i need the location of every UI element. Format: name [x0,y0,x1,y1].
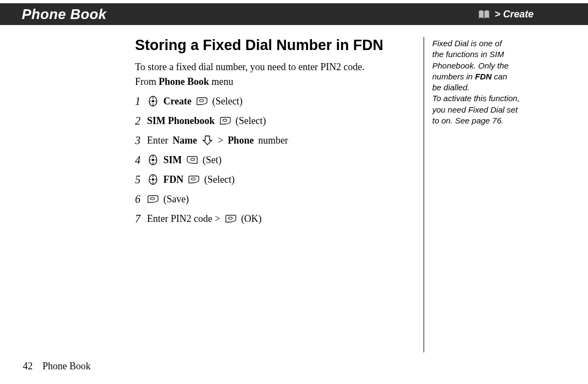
sidenote-line: the functions in SIM [432,49,558,60]
step-num: 1 [135,93,143,109]
intro-text: To store a fixed dial number, you need t… [135,61,418,73]
step-action: (Select) [204,172,235,187]
header-breadcrumb: > Create [478,9,534,20]
step-num: 2 [135,113,143,129]
step-num: 5 [135,171,143,188]
step-2: 2 SIM Phonebook (Select) [135,113,418,129]
step-7: 7 Enter PIN2 code > (OK) [135,210,418,227]
soft-left-icon [147,194,159,205]
steps-list: 1 Create (Select) 2 SIM Phonebook (Selec… [135,93,418,227]
soft-right-icon [186,154,198,165]
step-3: 3 Enter Name > Phone number [135,132,418,148]
step-number-text: number [258,133,288,148]
step-name-bold: Name [173,133,197,148]
step-phone-bold: Phone [228,133,254,148]
svg-point-1 [152,100,154,102]
svg-point-5 [152,159,154,161]
from-bold: Phone Book [159,76,210,87]
svg-point-9 [191,178,195,180]
step-label: SIM Phonebook [147,114,215,128]
step-action: (OK) [241,212,262,226]
nav-icon [147,96,159,107]
soft-left-icon [219,115,231,126]
step-action: (Select) [212,94,243,109]
side-note: Fixed Dial is one of the functions in SI… [432,38,558,126]
step-4: 4 SIM (Set) [135,152,418,168]
soft-left-icon [196,96,208,107]
step-action: (Save) [163,192,189,207]
sidenote-line: Fixed Dial is one of [432,38,558,49]
step-num: 7 [135,210,143,227]
step-6: 6 (Save) [135,191,418,207]
step-text: Enter [147,133,168,148]
svg-point-3 [223,119,227,121]
svg-point-10 [150,197,155,200]
from-post: menu [209,76,234,87]
content-column: Storing a Fixed Dial Number in FDN To st… [135,34,418,230]
sidenote-line: be dialled. [432,82,558,93]
sidenote-line: numbers in FDN can [432,71,558,82]
sidenote-line: you need Fixed Dial set [432,104,558,115]
nav-icon [147,174,159,185]
footer: 42 Phone Book [23,361,91,372]
soft-left-icon [188,174,200,185]
step-label: Create [163,94,192,109]
header-bar: Phone Book > Create [0,3,588,25]
svg-point-6 [191,158,195,160]
footer-section: Phone Book [42,361,91,372]
step-gt: > [218,133,223,148]
nav-icon [147,154,159,165]
step-label: FDN [163,172,183,187]
down-icon [201,135,213,146]
breadcrumb-text: > Create [494,9,534,20]
step-text: Enter PIN2 code > [147,212,220,226]
page-heading: Storing a Fixed Dial Number in FDN [135,37,418,54]
sidenote-line: To activate this function, [432,93,558,104]
step-num: 4 [135,152,143,168]
step-label: SIM [163,153,182,168]
soft-left-icon [225,213,237,224]
svg-point-8 [152,178,154,181]
page-number: 42 [23,361,33,372]
svg-point-2 [199,100,204,102]
step-5: 5 FDN (Select) [135,171,418,188]
sidenote-line: to on. See page 76. [432,115,558,126]
from-pre: From [135,76,159,87]
step-action: (Set) [203,153,222,168]
from-menu-line: From Phone Book menu [135,76,418,88]
books-icon [478,9,490,20]
step-action: (Select) [236,114,266,128]
step-num: 3 [135,132,143,148]
step-1: 1 Create (Select) [135,93,418,109]
divider [424,37,424,352]
step-num: 6 [135,191,143,207]
sidenote-line: Phonebook. Only the [432,60,558,71]
svg-point-11 [228,217,232,219]
header-title: Phone Book [22,6,107,23]
